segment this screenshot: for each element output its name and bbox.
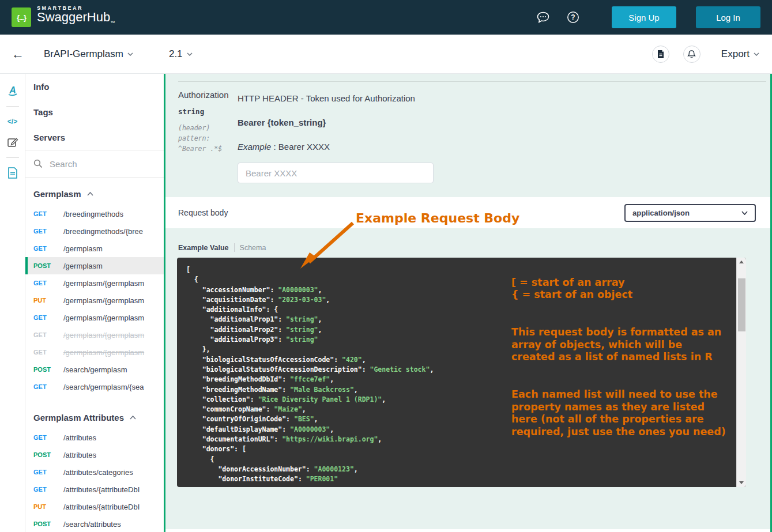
authorization-pattern: (header)pattern:^Bearer .*$ bbox=[178, 123, 238, 154]
divider bbox=[234, 243, 235, 252]
smartbear-logo-icon[interactable]: {...} bbox=[12, 7, 31, 27]
endpoint-list-germplasm: GET/breedingmethodsGET/breedingmethods/{… bbox=[25, 205, 164, 395]
endpoint-method: GET bbox=[33, 349, 63, 356]
endpoint-method: POST bbox=[33, 520, 63, 527]
endpoint-row[interactable]: POST/germplasm bbox=[25, 257, 164, 274]
scroll-down-button[interactable] bbox=[737, 478, 746, 487]
endpoint-method: GET bbox=[33, 331, 63, 338]
svg-text:?: ? bbox=[571, 13, 575, 21]
endpoint-row[interactable]: GET/attributes/categories bbox=[25, 463, 164, 481]
endpoint-path: /search/germplasm bbox=[63, 365, 127, 374]
endpoint-method: GET bbox=[33, 245, 63, 252]
authorization-title: Authorization bbox=[178, 90, 238, 100]
request-body-label: Request body bbox=[178, 208, 228, 217]
endpoint-row[interactable]: POST/search/germplasm bbox=[25, 361, 164, 378]
endpoint-method: PUT bbox=[33, 503, 63, 510]
endpoint-row[interactable]: GET/breedingmethods/{bree bbox=[25, 222, 164, 240]
api-name-label: BrAPI-Germplasm bbox=[44, 48, 123, 60]
endpoint-row[interactable]: GET/germplasm bbox=[25, 240, 164, 257]
chevron-up-icon bbox=[87, 192, 93, 196]
endpoint-row[interactable]: PUT/attributes/{attributeDbI bbox=[25, 498, 164, 515]
sidebar-search[interactable]: Search bbox=[25, 150, 164, 177]
endpoint-row[interactable]: GET/germplasm/{germplasm bbox=[25, 326, 164, 344]
edit-icon[interactable] bbox=[6, 135, 20, 149]
sidebar-item-tags[interactable]: Tags bbox=[25, 99, 164, 124]
chevron-down-icon bbox=[127, 52, 133, 56]
tab-example-value[interactable]: Example Value bbox=[178, 244, 229, 252]
back-arrow-icon[interactable]: ← bbox=[12, 48, 24, 61]
authorization-type: string bbox=[178, 107, 238, 116]
endpoint-row[interactable]: GET/germplasm/{germplasm bbox=[25, 274, 164, 292]
authorization-token-input[interactable] bbox=[238, 163, 434, 183]
content-type-select[interactable]: application/json bbox=[624, 204, 756, 222]
notifications-button[interactable] bbox=[683, 46, 701, 63]
sidebar-item-servers[interactable]: Servers bbox=[25, 124, 164, 150]
endpoint-row[interactable]: GET/attributes/{attributeDbI bbox=[25, 481, 164, 498]
search-placeholder: Search bbox=[50, 159, 77, 169]
trademark: ™ bbox=[110, 20, 115, 25]
authorization-section: Authorization string (header)pattern:^Be… bbox=[165, 82, 772, 197]
endpoint-method: GET bbox=[33, 210, 63, 217]
endpoint-row[interactable]: GET/search/germplasm/{sea bbox=[25, 378, 164, 395]
section-header-germplasm-attributes[interactable]: Germplasm Attributes bbox=[25, 406, 164, 429]
rail-divider bbox=[6, 157, 19, 158]
brand-swaggerhub: SwaggerHub™ bbox=[37, 11, 115, 29]
endpoint-method: GET bbox=[33, 228, 63, 235]
endpoint-row[interactable]: POST/search/attributes bbox=[25, 515, 164, 532]
endpoint-path: /germplasm/{germplasm bbox=[63, 279, 144, 288]
tab-schema[interactable]: Schema bbox=[240, 244, 266, 252]
endpoint-path: /attributes bbox=[63, 433, 96, 442]
sign-up-button[interactable]: Sign Up bbox=[612, 6, 676, 28]
endpoint-method: GET bbox=[33, 314, 63, 321]
export-dropdown[interactable]: Export bbox=[721, 48, 759, 60]
endpoint-method: POST bbox=[33, 366, 63, 373]
chat-icon[interactable] bbox=[536, 10, 551, 25]
endpoint-path: /germplasm/{germplasm bbox=[63, 348, 144, 357]
endpoint-method: GET bbox=[33, 486, 63, 493]
version-label: 2.1 bbox=[169, 48, 183, 60]
section-title: Germplasm Attributes bbox=[33, 413, 124, 422]
endpoint-method: POST bbox=[33, 451, 63, 458]
annotation-legend: [ = start of an array { = start of an ob… bbox=[511, 277, 742, 301]
help-icon[interactable]: ? bbox=[566, 10, 581, 25]
section-header-germplasm[interactable]: Germplasm bbox=[25, 182, 164, 205]
document-button[interactable] bbox=[652, 46, 669, 63]
top-navbar: {...} SMARTBEAR SwaggerHub™ ? Sign Up Lo… bbox=[0, 0, 772, 35]
endpoint-path: /search/attributes bbox=[63, 520, 121, 529]
log-in-button[interactable]: Log In bbox=[696, 6, 760, 28]
endpoint-row[interactable]: GET/breedingmethods bbox=[25, 205, 164, 222]
endpoint-method: PUT bbox=[33, 297, 63, 304]
endpoint-row[interactable]: GET/attributes bbox=[25, 429, 164, 446]
documentation-icon[interactable] bbox=[6, 166, 20, 180]
endpoint-row[interactable]: GET/germplasm/{germplasm bbox=[25, 309, 164, 326]
brand[interactable]: SMARTBEAR SwaggerHub™ bbox=[37, 5, 115, 29]
api-designer-icon[interactable]: A bbox=[6, 84, 20, 98]
scroll-up-button[interactable] bbox=[737, 258, 746, 266]
endpoint-list-germplasm-attributes: GET/attributesPOST/attributesGET/attribu… bbox=[25, 429, 164, 532]
endpoint-method: GET bbox=[33, 469, 63, 476]
sidebar-item-info[interactable]: Info bbox=[25, 74, 164, 99]
version-dropdown[interactable]: 2.1 bbox=[169, 48, 193, 60]
endpoint-method: POST bbox=[33, 262, 63, 269]
section-title: Germplasm bbox=[33, 189, 81, 199]
endpoint-path: /attributes bbox=[63, 451, 96, 459]
api-name-dropdown[interactable]: BrAPI-Germplasm bbox=[44, 48, 133, 60]
bell-icon bbox=[687, 50, 696, 59]
code-scrollbar[interactable] bbox=[736, 258, 746, 487]
code-editor-icon[interactable]: </> bbox=[6, 115, 20, 129]
endpoint-path: /germplasm/{germplasm bbox=[63, 296, 144, 305]
example-request-body-code: [ { "accessionNumber": "A0000003", "acqu… bbox=[177, 258, 746, 487]
authorization-description: HTTP HEADER - Token used for Authorizati… bbox=[238, 93, 749, 103]
endpoint-row[interactable]: GET/germplasm/{germplasm bbox=[25, 344, 164, 361]
annotation-paragraph-2: Each named list will need to use the pro… bbox=[511, 388, 742, 438]
api-toolbar: ← BrAPI-Germplasm 2.1 Export bbox=[0, 35, 772, 74]
endpoint-path: /attributes/categories bbox=[63, 468, 133, 477]
scrollbar-thumb[interactable] bbox=[738, 278, 745, 331]
endpoint-path: /germplasm bbox=[63, 244, 103, 253]
annotation-paragraph-1: This request body is formatted as an arr… bbox=[511, 326, 742, 364]
search-icon bbox=[33, 159, 43, 168]
endpoint-row[interactable]: PUT/germplasm/{germplasm bbox=[25, 292, 164, 309]
endpoint-row[interactable]: POST/attributes bbox=[25, 446, 164, 463]
endpoint-method: GET bbox=[33, 434, 63, 441]
endpoint-path: /germplasm bbox=[63, 262, 103, 270]
